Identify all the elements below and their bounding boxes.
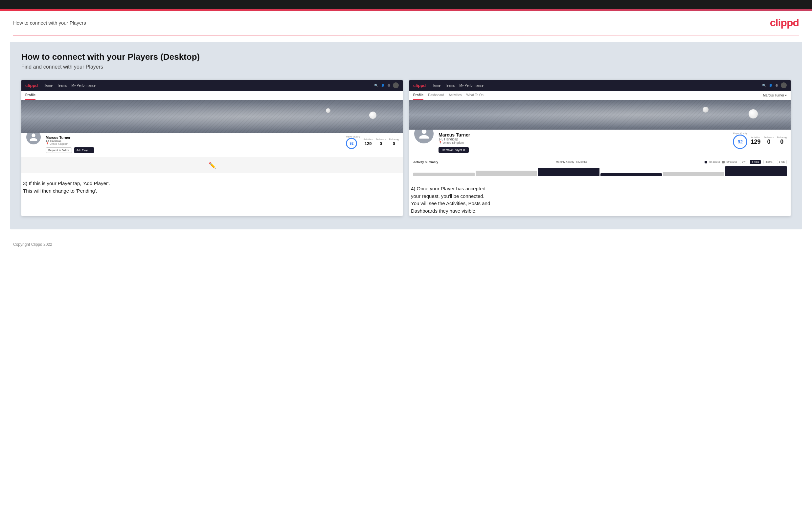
tabs-right-2: Marcus Turner ▾ — [763, 91, 787, 100]
bar-6 — [725, 166, 787, 176]
step3-text: 3) If this is your Player tap, 'Add Play… — [23, 180, 401, 194]
tab-whattoon-2[interactable]: What To On — [466, 91, 484, 100]
screenshot-1: clippd Home Teams My Performance 🔍 👤 ⚙ P… — [21, 80, 403, 216]
golf-ball-small-2 — [703, 107, 709, 113]
profile-buttons-1: Request to Follow Add Player + — [46, 147, 220, 153]
activities-stat-1: Activities 129 — [364, 138, 373, 146]
step4-text: 4) Once your Player has acceptedyour req… — [411, 185, 789, 215]
chart-area — [413, 166, 787, 176]
add-player-button-1[interactable]: Add Player + — [74, 147, 94, 153]
golf-ball-small-1 — [326, 108, 331, 113]
settings-icon-1: ⚙ — [387, 84, 390, 87]
activity-period: Monthly Activity · 6 Months — [556, 161, 587, 163]
tab-dashboard-2[interactable]: Dashboard — [428, 91, 444, 100]
pencil-icon-1: ✏️ — [209, 162, 216, 169]
app-tabs-2: Profile Dashboard Activities What To On … — [409, 91, 791, 100]
app-tabs-1: Profile — [21, 91, 403, 100]
user-icon-1: 👤 — [381, 84, 385, 87]
stats-row-2: Player Quality 92 Activities 129 Followe… — [615, 132, 787, 149]
nav-performance-1: My Performance — [71, 84, 95, 87]
player-handicap-2: 1-5 Handicap — [439, 137, 611, 141]
on-course-legend — [705, 161, 707, 163]
nav-items-2: Home Teams My Performance — [432, 84, 762, 87]
remove-player-button[interactable]: Remove Player ✕ — [439, 147, 469, 153]
activity-title: Activity Summary — [413, 161, 438, 164]
nav-icons-2: 🔍 👤 ⚙ — [762, 82, 787, 88]
on-course-label: On course — [709, 161, 720, 163]
globe-icon-2 — [781, 82, 787, 88]
header: How to connect with your Players clippd — [0, 11, 812, 35]
profile-section-2: Marcus Turner 1-5 Handicap 📍 United King… — [409, 130, 791, 157]
quality-stat-1: Player Quality 92 — [346, 135, 360, 149]
golf-ball-2 — [749, 109, 758, 118]
player-location-1: 📍 United Kingdom — [46, 143, 220, 146]
screenshots-row: clippd Home Teams My Performance 🔍 👤 ⚙ P… — [21, 80, 791, 216]
bar-2 — [476, 171, 537, 176]
filter-1yr[interactable]: 1 yr — [740, 160, 748, 164]
filter-3mths[interactable]: 3 mths — [763, 160, 774, 164]
description-1: 3) If this is your Player tap, 'Add Play… — [21, 173, 403, 196]
bar-1 — [413, 173, 475, 176]
following-stat-2: Following 0 — [777, 136, 787, 146]
nav-teams-1: Teams — [57, 84, 67, 87]
nav-items-1: Home Teams My Performance — [44, 84, 374, 87]
bar-5 — [663, 172, 724, 176]
quality-stat-2: Player Quality 92 — [733, 132, 747, 149]
player-location-2: 📍 United Kingdom — [439, 141, 611, 145]
player-dropdown-2[interactable]: Marcus Turner ▾ — [763, 94, 787, 97]
nav-icons-1: 🔍 👤 ⚙ — [374, 82, 399, 88]
off-course-label: Off course — [726, 161, 737, 163]
avatar-icon-1 — [29, 132, 38, 142]
page-title: How to connect with your Players — [13, 20, 86, 25]
profile-banner-2 — [409, 100, 791, 130]
tab-profile-1[interactable]: Profile — [25, 91, 36, 100]
banner-bg-1 — [21, 100, 403, 133]
main-title: How to connect with your Players (Deskto… — [21, 52, 791, 62]
nav-home-2: Home — [432, 84, 441, 87]
filter-1mth[interactable]: 1 mth — [777, 160, 787, 164]
main-content: How to connect with your Players (Deskto… — [10, 42, 802, 229]
location-icon-1: 📍 — [46, 143, 49, 146]
golf-ball-1 — [369, 112, 376, 119]
profile-banner-1 — [21, 100, 403, 133]
app-logo-2: clippd — [413, 83, 426, 88]
bar-4 — [601, 173, 662, 176]
nav-home-1: Home — [44, 84, 53, 87]
nav-teams-2: Teams — [445, 84, 455, 87]
stats-row-1: Player Quality 92 Activities 129 Followe… — [224, 135, 399, 149]
user-icon-2: 👤 — [769, 84, 773, 87]
player-info-2: Marcus Turner 1-5 Handicap 📍 United King… — [439, 132, 611, 153]
activity-controls: On course Off course 1 yr 6 mths 3 mths … — [705, 160, 787, 164]
filter-6mths[interactable]: 6 mths — [750, 160, 761, 164]
player-name-1: Marcus Turner — [46, 135, 220, 139]
settings-icon-2: ⚙ — [775, 84, 778, 87]
screenshot-2: clippd Home Teams My Performance 🔍 👤 ⚙ P… — [409, 80, 791, 216]
nav-performance-2: My Performance — [459, 84, 483, 87]
activities-stat-2: Activities 129 — [751, 136, 760, 146]
banner-bg-2 — [409, 100, 791, 130]
app-nav-1: clippd Home Teams My Performance 🔍 👤 ⚙ — [21, 80, 403, 91]
profile-section-1: Marcus Turner 1-5 Handicap 📍 United King… — [21, 133, 403, 157]
quality-circle-1: 92 — [346, 138, 357, 149]
tab-group-2: Profile Dashboard Activities What To On — [413, 91, 484, 100]
description-2: 4) Once your Player has acceptedyour req… — [409, 178, 791, 216]
quality-circle-2: 92 — [733, 134, 747, 149]
search-icon-2: 🔍 — [762, 84, 766, 87]
search-icon-1: 🔍 — [374, 84, 378, 87]
player-name-2: Marcus Turner — [439, 132, 611, 137]
globe-icon-1 — [393, 82, 399, 88]
player-info-1: Marcus Turner 1-5 Handicap 📍 United King… — [46, 135, 220, 153]
following-stat-1: Following 0 — [389, 138, 399, 146]
off-course-legend — [722, 161, 725, 163]
follow-button-1[interactable]: Request to Follow — [46, 147, 72, 153]
player-handicap-1: 1-5 Handicap — [46, 139, 220, 143]
tab-profile-2[interactable]: Profile — [413, 91, 423, 100]
filter-legend: On course Off course — [705, 161, 737, 163]
top-bar — [0, 0, 812, 9]
screenshot-bottom-1: ✏️ — [21, 157, 403, 173]
location-icon-2: 📍 — [439, 141, 442, 145]
footer: Copyright Clippd 2022 — [0, 236, 812, 252]
activity-summary: Activity Summary Monthly Activity · 6 Mo… — [409, 157, 791, 178]
tab-activities-2[interactable]: Activities — [449, 91, 461, 100]
followers-stat-1: Followers 0 — [376, 138, 386, 146]
